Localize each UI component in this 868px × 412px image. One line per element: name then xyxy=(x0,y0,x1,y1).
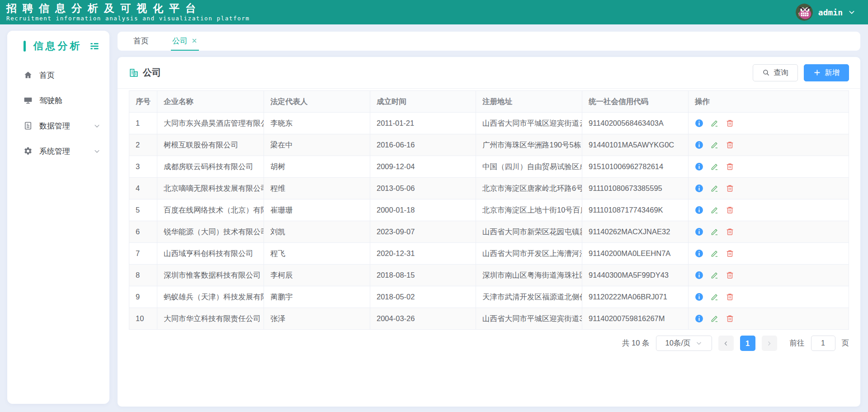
cell-established: 2020-12-31 xyxy=(370,243,476,265)
edit-icon[interactable] xyxy=(710,141,719,149)
delete-icon[interactable] xyxy=(726,249,734,258)
sidebar-item-home[interactable]: 首页 xyxy=(7,62,109,88)
cell-actions xyxy=(689,243,849,265)
cell-credit_code: 911101080673385595 xyxy=(582,178,689,199)
tab-label: 公司 xyxy=(172,36,188,46)
cell-index: 9 xyxy=(129,286,157,308)
cell-credit_code: 91140200MA0LEEHN7A xyxy=(582,243,689,265)
col-credit-code: 统一社会信用代码 xyxy=(582,91,689,113)
close-icon[interactable] xyxy=(191,38,198,44)
sidebar-item-system-management[interactable]: 系统管理 xyxy=(7,138,109,164)
table-row: 6锐华能源（大同）技术有限公司刘凯2023-09-07山西省大同市新荣区花园屯镇… xyxy=(129,221,849,243)
cell-index: 8 xyxy=(129,265,157,286)
sidebar-item-label: 驾驶舱 xyxy=(39,95,62,106)
cell-index: 10 xyxy=(129,308,157,330)
cell-actions xyxy=(689,265,849,286)
delete-icon[interactable] xyxy=(726,227,734,236)
cell-legal_rep: 刘凯 xyxy=(264,221,370,243)
company-table: 序号 企业名称 法定代表人 成立时间 注册地址 统一社会信用代码 操作 1大同市… xyxy=(129,90,849,330)
app-title: 招聘信息分析及可视化平台 xyxy=(6,3,250,14)
cell-name: 山西域亨科创科技有限公司 xyxy=(157,243,264,265)
col-actions: 操作 xyxy=(689,91,849,113)
collapse-menu-icon[interactable] xyxy=(90,41,99,51)
cell-credit_code: 91110108717743469K xyxy=(582,199,689,221)
add-button[interactable]: 新增 xyxy=(804,64,849,81)
user-menu[interactable]: admin xyxy=(796,4,855,21)
chevron-down-icon xyxy=(94,148,100,155)
delete-icon[interactable] xyxy=(726,119,734,128)
panel-header: 公司 查询 新增 xyxy=(118,57,860,89)
delete-icon[interactable] xyxy=(726,206,734,214)
cell-name: 北京嘀嘀无限科技发展有限公司 xyxy=(157,178,264,199)
page-number-button[interactable]: 1 xyxy=(740,336,755,351)
cell-established: 2000-01-18 xyxy=(370,199,476,221)
tab-company[interactable]: 公司 xyxy=(171,32,199,51)
cell-established: 2013-05-06 xyxy=(370,178,476,199)
info-icon[interactable] xyxy=(695,162,703,171)
tab-home[interactable]: 首页 xyxy=(132,32,150,51)
delete-icon[interactable] xyxy=(726,293,734,301)
table-row: 8深圳市惟客数据科技有限公司李柯辰2018-08-15深圳市南山区粤海街道海珠社… xyxy=(129,265,849,286)
cell-credit_code: 91140200759816267M xyxy=(582,308,689,330)
cell-index: 4 xyxy=(129,178,157,199)
delete-icon[interactable] xyxy=(726,162,734,171)
edit-icon[interactable] xyxy=(710,162,719,171)
sidebar-item-cockpit[interactable]: 驾驶舱 xyxy=(7,88,109,113)
panel-body: 序号 企业名称 法定代表人 成立时间 注册地址 统一社会信用代码 操作 1大同市… xyxy=(118,89,860,351)
app-header: 招聘信息分析及可视化平台 Recruitment information ana… xyxy=(0,0,868,24)
sidebar-item-data-management[interactable]: 数据管理 xyxy=(7,113,109,138)
edit-icon[interactable] xyxy=(710,271,719,279)
info-icon[interactable] xyxy=(695,206,703,214)
delete-icon[interactable] xyxy=(726,314,734,323)
cell-actions xyxy=(689,221,849,243)
info-icon[interactable] xyxy=(695,119,703,128)
plus-icon xyxy=(813,69,821,76)
table-row: 3成都房联云码科技有限公司胡树2009-12-04中国（四川）自由贸易试验区成…… xyxy=(129,156,849,178)
edit-icon[interactable] xyxy=(710,206,719,214)
cell-index: 2 xyxy=(129,134,157,156)
cell-address: 天津市武清开发区福源道北侧创… xyxy=(476,286,582,308)
delete-icon[interactable] xyxy=(726,184,734,193)
cell-credit_code: 91140262MACXJNAE32 xyxy=(582,221,689,243)
table-row: 10大同市华立科技有限责任公司张泽2004-03-26山西省大同市平城区迎宾街道… xyxy=(129,308,849,330)
cell-actions xyxy=(689,308,849,330)
info-icon[interactable] xyxy=(695,141,703,149)
table-row: 7山西域亨科创科技有限公司程飞2020-12-31山西省大同市开发区上海漕河泾…… xyxy=(129,243,849,265)
delete-icon[interactable] xyxy=(726,141,734,149)
info-icon[interactable] xyxy=(695,293,703,301)
document-icon xyxy=(24,121,33,130)
info-icon[interactable] xyxy=(695,227,703,236)
cell-actions xyxy=(689,199,849,221)
edit-icon[interactable] xyxy=(710,119,719,128)
gear-icon xyxy=(24,147,33,156)
edit-icon[interactable] xyxy=(710,293,719,301)
edit-icon[interactable] xyxy=(710,314,719,323)
home-icon xyxy=(24,71,33,80)
search-button[interactable]: 查询 xyxy=(753,64,798,81)
sidebar-logo-row: 信息分析 xyxy=(7,31,109,59)
page-size-select[interactable]: 10条/页 xyxy=(656,336,712,351)
edit-icon[interactable] xyxy=(710,249,719,258)
info-icon[interactable] xyxy=(695,184,703,193)
cell-name: 成都房联云码科技有限公司 xyxy=(157,156,264,178)
next-page-button[interactable] xyxy=(762,336,777,351)
prev-page-button[interactable] xyxy=(718,336,734,351)
info-icon[interactable] xyxy=(695,271,703,279)
monitor-icon xyxy=(24,96,33,105)
app-subtitle: Recruitment information analysis and vis… xyxy=(6,15,250,22)
col-index: 序号 xyxy=(129,91,157,113)
info-icon[interactable] xyxy=(695,314,703,323)
cell-legal_rep: 张泽 xyxy=(264,308,370,330)
cell-address: 山西省大同市平城区迎宾街道云… xyxy=(476,113,582,134)
cell-established: 2018-05-02 xyxy=(370,286,476,308)
goto-page-input[interactable] xyxy=(811,336,835,351)
delete-icon[interactable] xyxy=(726,271,734,279)
edit-icon[interactable] xyxy=(710,227,719,236)
info-icon[interactable] xyxy=(695,249,703,258)
cell-legal_rep: 程飞 xyxy=(264,243,370,265)
cell-legal_rep: 梁在中 xyxy=(264,134,370,156)
table-body: 1大同市东兴鼎昊酒店管理有限公司李晓东2011-01-21山西省大同市平城区迎宾… xyxy=(129,113,849,330)
cell-name: 百度在线网络技术（北京）有限… xyxy=(157,199,264,221)
tab-bar: 首页 公司 xyxy=(118,32,860,51)
edit-icon[interactable] xyxy=(710,184,719,193)
